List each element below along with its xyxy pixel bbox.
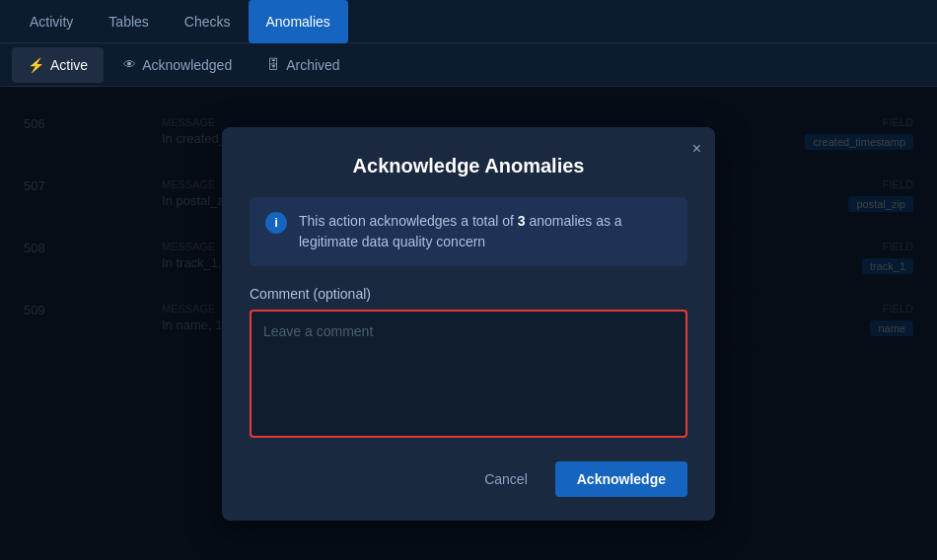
comment-textarea[interactable] xyxy=(250,310,687,438)
eye-icon: 👁 xyxy=(123,57,136,72)
subnav-acknowledged[interactable]: 👁 Acknowledged xyxy=(108,47,248,83)
nav-activity[interactable]: Activity xyxy=(12,0,91,43)
acknowledge-modal: × Acknowledge Anomalies i This action ac… xyxy=(222,127,715,521)
acknowledge-button[interactable]: Acknowledge xyxy=(555,461,687,497)
modal-info-text: This action acknowledges a total of 3 an… xyxy=(299,211,672,252)
sub-navigation: ⚡ Active 👁 Acknowledged 🗄 Archived xyxy=(0,43,937,87)
comment-label: Comment (optional) xyxy=(250,286,687,302)
nav-checks[interactable]: Checks xyxy=(167,0,249,43)
modal-info-box: i This action acknowledges a total of 3 … xyxy=(250,197,687,266)
modal-title: Acknowledge Anomalies xyxy=(250,155,687,177)
bolt-icon: ⚡ xyxy=(28,57,44,73)
top-navigation: Activity Tables Checks Anomalies xyxy=(0,0,937,43)
modal-actions: Cancel Acknowledge xyxy=(250,461,687,497)
nav-tables[interactable]: Tables xyxy=(91,0,166,43)
modal-close-button[interactable]: × xyxy=(692,141,701,157)
nav-anomalies[interactable]: Anomalies xyxy=(249,0,348,43)
cancel-button[interactable]: Cancel xyxy=(468,461,543,497)
modal-overlay: × Acknowledge Anomalies i This action ac… xyxy=(0,87,937,560)
subnav-archived[interactable]: 🗄 Archived xyxy=(252,47,355,83)
subnav-active[interactable]: ⚡ Active xyxy=(12,47,104,83)
info-icon: i xyxy=(265,212,287,234)
main-content: 506 Message In created_ Field created_ti… xyxy=(0,87,937,560)
archive-icon: 🗄 xyxy=(267,57,280,72)
